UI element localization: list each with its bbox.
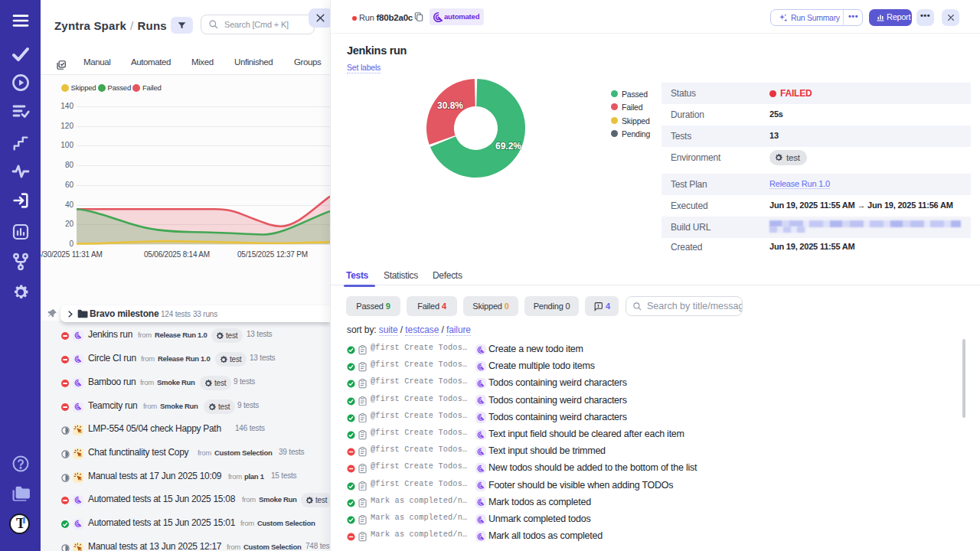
svg-text:69.2%: 69.2% [495, 141, 521, 152]
svg-text:30.8%: 30.8% [437, 100, 463, 111]
